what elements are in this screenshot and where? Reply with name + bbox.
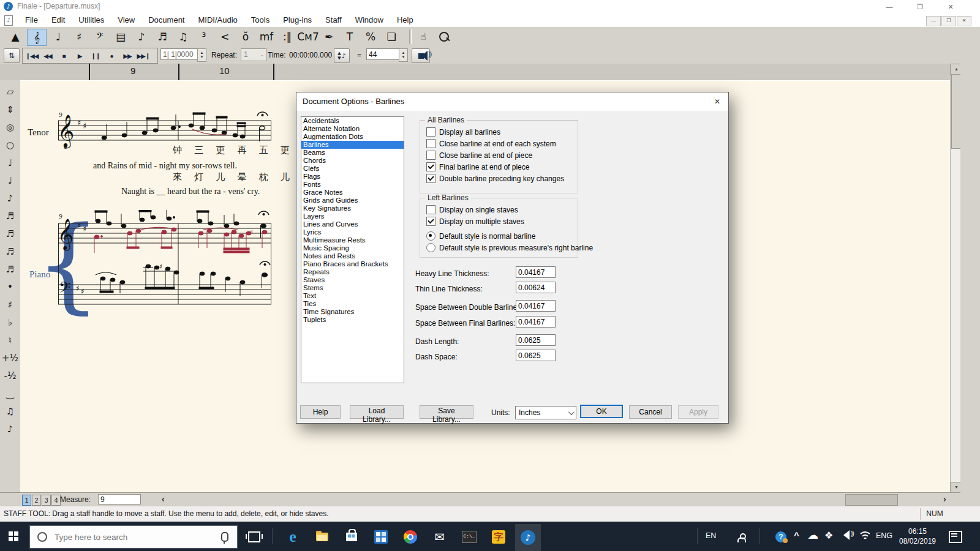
tempo-field[interactable] [366,48,401,60]
hyperscribe-tool-icon[interactable]: ♫ [174,29,192,45]
vertical-scrollbar[interactable]: ▲ ▼ [950,64,961,492]
speedy-entry-tool-icon[interactable]: ♬ [153,29,172,45]
menu-item[interactable]: Window [349,13,390,27]
units-select[interactable]: Inches [515,406,576,419]
zoom-tool-icon[interactable] [435,29,453,45]
category-item[interactable]: Staves [301,276,404,284]
taskbar-chrome-button[interactable] [401,528,420,546]
simple-entry-tool-icon[interactable]: ♪ [132,29,151,45]
staff-tool-icon[interactable]: 𝄞 [27,29,47,46]
wifi-icon[interactable] [859,531,870,540]
checkbox[interactable] [426,151,435,160]
mdi-close-button[interactable]: ✕ [957,16,971,26]
checkbox[interactable] [426,127,435,137]
space-double-barlines-field[interactable] [516,300,556,312]
smart-shape-tool-icon[interactable]: < [216,29,234,45]
special-tools-icon[interactable]: ✒ [320,29,338,45]
tray-people-button[interactable] [733,528,751,546]
heavy-line-thickness-field[interactable] [516,266,556,278]
dropbox-icon[interactable]: ❖ [824,530,833,541]
playback-settings-button[interactable] [412,48,430,63]
menu-item[interactable]: Document [141,13,191,27]
go-to-start-button[interactable]: ❙◀◀ [24,53,40,59]
restore-button[interactable]: ❐ [907,0,933,13]
menu-item[interactable]: Edit [45,13,72,27]
sharp-icon[interactable]: ♯ [2,296,18,313]
clef-tool-icon[interactable]: 𝄢 [91,29,109,45]
taskbar-edge-button[interactable]: e [284,528,302,546]
pitch-updown-tool-icon[interactable]: ⇕ [2,100,18,118]
measure-field[interactable] [98,494,141,504]
load-library-button[interactable]: Load Library... [350,405,404,419]
sixtyfourth-note-icon[interactable]: ♬ [2,242,18,260]
page-layout-tool-icon[interactable]: ❏ [382,29,401,45]
taskbar-dictionary-button[interactable]: 字 [489,528,508,546]
thirtysecond-note-icon[interactable]: ♬ [2,225,18,242]
articulation-tool-icon[interactable]: ŏ [236,29,255,45]
checkbox[interactable] [426,217,435,226]
checkbox[interactable] [426,162,435,171]
tray-clock[interactable]: 06:15 08/02/2019 [895,527,940,546]
repeat-tool-icon[interactable]: :‖ [278,29,296,45]
menu-item[interactable]: Help [390,13,420,27]
mdi-restore-button[interactable]: ❐ [941,16,956,26]
grace-note-icon[interactable]: ♪ [2,420,18,438]
category-item[interactable]: Flags [301,173,404,181]
dash-space-field[interactable] [516,350,556,361]
category-item[interactable]: Text [301,292,404,300]
fast-forward-button[interactable]: ▶▶ [119,53,135,59]
minimize-button[interactable]: — [876,0,903,13]
playback-position-field[interactable] [160,48,199,60]
close-button[interactable]: ✕ [937,0,964,13]
tray-chevron-up-icon[interactable]: ^ [794,530,799,541]
scroll-right-button[interactable]: › [943,494,946,504]
chord-tool-icon[interactable]: Cм7 [299,29,317,45]
ok-button[interactable]: OK [580,405,623,418]
position-spinner[interactable]: ▲▼ [197,48,206,62]
resize-tool-icon[interactable]: % [361,29,380,45]
category-item[interactable]: Tuplets [301,316,404,324]
category-item[interactable]: Alternate Notation [301,125,404,133]
tray-language[interactable]: ENG [876,531,892,540]
taskbar-store-button[interactable] [342,528,361,546]
checkbox[interactable] [426,174,435,183]
category-item[interactable]: Grace Notes [301,189,404,197]
scroll-left-button[interactable]: ‹ [162,494,165,504]
natural-icon[interactable]: ♮ [2,331,18,349]
dialog-close-icon[interactable]: ✕ [710,96,724,107]
page-view-button[interactable]: 3 [42,495,51,506]
taskbar-file-explorer-button[interactable] [313,528,331,546]
category-item[interactable]: Chords [301,157,404,165]
taskbar-search[interactable] [29,525,238,549]
taskbar-finale-button-active[interactable]: ♪ [515,524,541,551]
category-item[interactable]: Lyrics [301,228,404,236]
tie-icon[interactable]: ‿ [2,384,18,402]
category-item[interactable]: Lines and Curves [301,220,404,228]
record-button[interactable]: ● [104,53,119,59]
taskbar-cmd-button[interactable]: C:\_ [460,528,478,546]
hand-grabber-tool-icon[interactable]: ☝ [414,29,432,45]
category-item[interactable]: Layers [301,212,404,220]
category-item[interactable]: Clefs [301,165,404,173]
half-step-up-icon[interactable]: +½ [2,349,18,367]
eighth-note-icon[interactable]: ♪ [2,189,18,207]
sixteenth-note-icon[interactable]: ♬ [2,207,18,225]
sync-button[interactable]: ⇅ [4,48,20,63]
half-step-down-icon[interactable]: -½ [2,367,18,384]
menu-item[interactable]: Utilities [72,13,111,27]
category-item[interactable]: Accidentals [301,117,404,125]
selection-tool-icon[interactable]: ▲ [6,29,24,45]
cancel-button[interactable]: Cancel [629,405,672,419]
category-item[interactable]: Barlines [301,141,404,149]
horizontal-scroll-thumb[interactable] [845,494,898,506]
taskbar-mail-button[interactable]: ✉ [431,528,449,546]
category-item[interactable]: Fonts [301,181,404,189]
category-item[interactable]: Notes and Rests [301,252,404,260]
category-item[interactable]: Beams [301,149,404,157]
expression-tool-icon[interactable]: mf [257,29,276,45]
go-to-end-button[interactable]: ▶▶❙ [135,53,151,59]
stop-button[interactable]: ■ [56,53,72,59]
augmentation-dot-icon[interactable]: • [2,278,18,296]
apply-button[interactable]: Apply [678,405,718,419]
half-note-icon[interactable]: ♩ [2,154,18,171]
